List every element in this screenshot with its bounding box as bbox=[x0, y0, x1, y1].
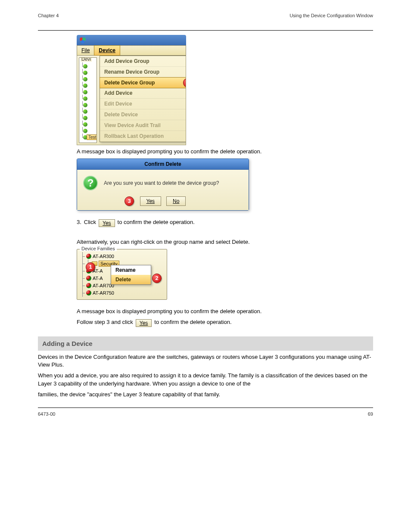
inline-yes-button-2: Yes bbox=[136, 319, 152, 327]
menu-add-device-group[interactable]: Add Device Group bbox=[100, 56, 186, 67]
fig3-follow-a: Follow step 3 and click bbox=[77, 319, 133, 325]
dialog-no-button[interactable]: No bbox=[166, 196, 186, 206]
window-titlebar bbox=[77, 35, 186, 45]
header-chapter: Chapter 4 bbox=[38, 13, 59, 18]
menu-delete-device: Delete Device bbox=[100, 109, 186, 120]
family-icon bbox=[86, 283, 91, 288]
tree-item[interactable]: AT-AR300 bbox=[93, 254, 114, 259]
callout-badge-1: 1 bbox=[86, 262, 95, 272]
callout-badge-3: 3 bbox=[125, 196, 134, 206]
page-header: Chapter 4 Using the Device Configuration… bbox=[38, 13, 373, 18]
device-menu: Add Device Group Rename Device Group Del… bbox=[100, 56, 186, 142]
family-icon bbox=[86, 276, 91, 281]
menubar: File Device bbox=[77, 45, 186, 56]
callout-badge-2b: 2 bbox=[152, 274, 162, 283]
menubar-file[interactable]: File bbox=[77, 46, 94, 55]
tree-item[interactable]: AT-AR750 bbox=[93, 290, 114, 296]
dialog-title: Confirm Delete bbox=[77, 159, 249, 170]
dialog-yes-button[interactable]: Yes bbox=[140, 196, 162, 206]
menu-delete-device-group[interactable]: Delete Device Group 2 bbox=[100, 77, 186, 88]
fig1-caption: A message box is displayed prompting you… bbox=[77, 148, 373, 156]
screenshot-device-menu: File Device Devi Test Group bbox=[77, 35, 186, 145]
fig3-follow-b: to confirm the delete operation. bbox=[154, 319, 231, 325]
tree-selected-group[interactable]: Test Group bbox=[87, 134, 97, 140]
footer-page-number: 69 bbox=[368, 411, 373, 417]
menubar-device[interactable]: Device bbox=[94, 45, 120, 56]
header-title: Using the Device Configuration Window bbox=[290, 13, 373, 18]
family-icon bbox=[86, 254, 91, 259]
section-para-3: families, the device "acquires" the Laye… bbox=[38, 391, 373, 399]
fig3-caption: A message box is displayed prompting you… bbox=[77, 308, 373, 316]
step3-number: 3. bbox=[77, 219, 81, 225]
svg-point-2 bbox=[81, 40, 84, 44]
menu-rollback: Rollback Last Operation bbox=[100, 131, 186, 142]
tree-item[interactable]: AT-A bbox=[93, 276, 103, 281]
step3-text-b: to confirm the delete operation. bbox=[118, 219, 195, 225]
section-heading-band: Adding a Device bbox=[38, 336, 373, 351]
tree-panel: Devi Test Group bbox=[79, 57, 97, 143]
footer-doc-id: 6473-00 bbox=[38, 411, 55, 417]
fig3-intro: Alternatively, you can right-click on th… bbox=[77, 238, 373, 246]
screenshot-context-menu: Device Families AT-AR300 Security AT-A A… bbox=[77, 249, 167, 300]
step3-text-a: Click bbox=[84, 219, 96, 225]
menu-edit-device: Edit Device bbox=[100, 99, 186, 109]
context-menu: Rename Delete bbox=[111, 265, 151, 285]
menu-add-device[interactable]: Add Device bbox=[100, 88, 186, 99]
section-para-2: When you add a device, you are also requ… bbox=[38, 372, 373, 388]
family-icon bbox=[86, 290, 91, 296]
ctx-rename[interactable]: Rename bbox=[111, 265, 151, 275]
ctx-delete[interactable]: Delete bbox=[111, 275, 151, 284]
tree-panel-label: Devi bbox=[81, 57, 92, 62]
dialog-message: Are you sure you want to delete the devi… bbox=[104, 180, 219, 186]
callout-badge-2: 2 bbox=[183, 78, 186, 87]
question-icon: ? bbox=[83, 176, 98, 190]
app-logo-icon bbox=[79, 37, 86, 44]
section-para-1: Devices in the Device Configuration feat… bbox=[38, 353, 373, 370]
tree-legend: Device Families bbox=[80, 246, 117, 251]
inline-yes-button: Yes bbox=[99, 219, 115, 227]
menu-view-audit-trail: View Device Audit Trail bbox=[100, 120, 186, 131]
menu-rename-device-group[interactable]: Rename Device Group bbox=[100, 67, 186, 78]
page-footer: 6473-00 69 bbox=[38, 411, 373, 417]
confirm-delete-dialog: Confirm Delete ? Are you sure you want t… bbox=[77, 159, 249, 211]
